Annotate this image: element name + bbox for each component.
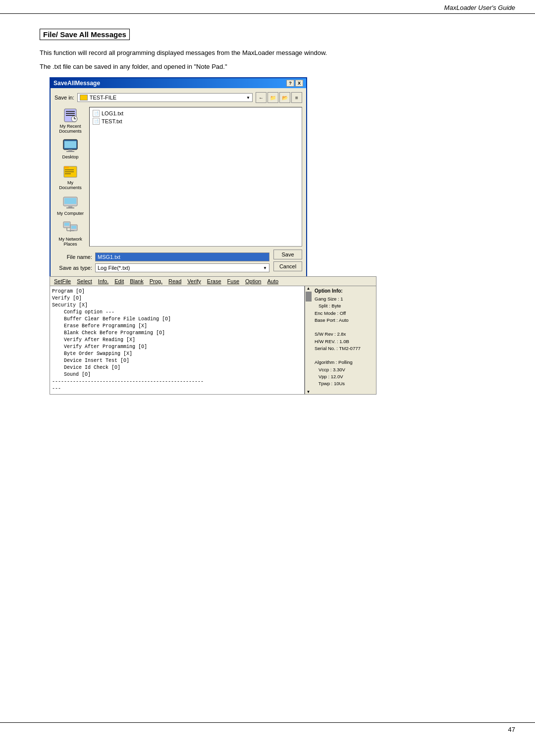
menu-erase[interactable]: Erase bbox=[204, 277, 224, 285]
option-vpp: Vpp : 12.0V bbox=[315, 373, 373, 380]
desktop-icon bbox=[62, 138, 78, 153]
file-item-log1[interactable]: 📄 LOG1.txt bbox=[92, 109, 300, 117]
svg-rect-22 bbox=[64, 223, 69, 226]
sidebar-nav: My Recent Documents Desktop bbox=[54, 107, 86, 247]
option-hw-rev: H/W REV. : 1.0B bbox=[315, 338, 373, 345]
option-base-port: Base Port : Auto bbox=[315, 317, 373, 324]
option-vccp: Vccp : 3.30V bbox=[315, 366, 373, 373]
bottom-fields: File name: MSG1.txt Save as type: Log Fi… bbox=[54, 252, 269, 272]
scroll-up-button[interactable]: ▲ bbox=[307, 286, 311, 291]
option-blank bbox=[315, 324, 373, 331]
create-folder-button[interactable]: 📂 bbox=[279, 92, 290, 103]
option-sw-rev: S/W Rev : 2.8x bbox=[315, 331, 373, 338]
svg-rect-16 bbox=[65, 173, 71, 174]
menu-blank[interactable]: Blank bbox=[127, 277, 147, 285]
close-button[interactable]: X bbox=[295, 80, 303, 87]
save-as-type-value: Log File(*.txt) bbox=[98, 265, 130, 271]
nav-recent-documents[interactable]: My Recent Documents bbox=[55, 107, 85, 134]
log-line-13: Sound [O] bbox=[52, 371, 302, 378]
option-panel-title: Option Info: bbox=[315, 288, 373, 294]
option-algorithm: Algorithm : Polling bbox=[315, 359, 373, 366]
log-line-2: Verify [O] bbox=[52, 295, 302, 302]
menu-read[interactable]: Read bbox=[165, 277, 184, 285]
my-computer-label: My Computer bbox=[57, 211, 84, 216]
log-scrollbar[interactable]: ▲ ▼ bbox=[305, 286, 312, 394]
svg-rect-3 bbox=[66, 115, 75, 116]
menu-verify[interactable]: Verify bbox=[184, 277, 204, 285]
section-paragraph2: The .txt file can be saved in any folder… bbox=[40, 62, 495, 72]
log-line-10: Byte Order Swapping [X] bbox=[52, 351, 302, 357]
dialog-title: SaveAllMessage bbox=[54, 80, 100, 87]
svg-rect-18 bbox=[64, 198, 76, 204]
bottom-section: File name: MSG1.txt Save as type: Log Fi… bbox=[54, 250, 302, 272]
option-tpwp: Tpwp : 10Us bbox=[315, 380, 373, 387]
file-name-log1: LOG1.txt bbox=[102, 110, 123, 116]
save-as-type-dropdown[interactable]: Log File(*.txt) ▼ bbox=[95, 263, 269, 272]
file-name-label: File name: bbox=[54, 254, 92, 260]
main-menu: SetFile Select Info. Edit Blank Prog. Re… bbox=[50, 277, 376, 286]
network-places-label: My Network Places bbox=[55, 237, 85, 247]
nav-my-computer[interactable]: My Computer bbox=[55, 194, 85, 216]
svg-rect-24 bbox=[71, 226, 76, 229]
svg-rect-15 bbox=[65, 171, 74, 172]
recent-icon bbox=[62, 107, 78, 123]
cancel-button[interactable]: Cancel bbox=[273, 261, 302, 271]
log-line-6: Erase Before Programming [X] bbox=[52, 323, 302, 330]
help-button[interactable]: ? bbox=[286, 80, 294, 87]
log-line-3: Security [X] bbox=[52, 302, 302, 309]
menu-prog[interactable]: Prog. bbox=[147, 277, 165, 285]
page-number: 47 bbox=[508, 726, 515, 733]
nav-network-places[interactable]: My Network Places bbox=[55, 220, 85, 247]
menu-option[interactable]: Option bbox=[242, 277, 264, 285]
svg-rect-13 bbox=[64, 166, 69, 168]
page-header: MaxLoader User's Guide bbox=[0, 0, 535, 14]
up-folder-button[interactable]: 📁 bbox=[268, 92, 278, 103]
menu-fuse[interactable]: Fuse bbox=[224, 277, 242, 285]
save-button[interactable]: Save bbox=[273, 250, 302, 259]
saveastype-row: Save as type: Log File(*.txt) ▼ bbox=[54, 263, 269, 272]
svg-rect-14 bbox=[65, 169, 74, 170]
filename-row: File name: MSG1.txt bbox=[54, 252, 269, 261]
menu-info[interactable]: Info. bbox=[95, 277, 111, 285]
log-line-5: Buffer Clear Before File Loading [O] bbox=[52, 316, 302, 323]
file-area: 📄 LOG1.txt 📄 TEST.txt bbox=[89, 107, 302, 247]
header-title: MaxLoader User's Guide bbox=[444, 4, 515, 11]
svg-rect-19 bbox=[68, 206, 72, 207]
toolbar-icons: ← 📁 📂 ≡ bbox=[256, 92, 302, 103]
network-icon bbox=[62, 220, 78, 236]
save-as-type-label: Save as type: bbox=[54, 265, 92, 271]
option-serial-no: Serial No. : TM2-0777 bbox=[315, 345, 373, 352]
view-button[interactable]: ≡ bbox=[291, 92, 302, 103]
save-in-dropdown[interactable]: TEST-FILE ▼ bbox=[77, 93, 253, 102]
svg-rect-9 bbox=[68, 150, 72, 151]
file-item-test[interactable]: 📄 TEST.txt bbox=[92, 117, 300, 125]
my-documents-label: My Documents bbox=[55, 180, 85, 190]
file-icon-test: 📄 bbox=[93, 118, 100, 125]
menu-edit[interactable]: Edit bbox=[111, 277, 127, 285]
menu-select[interactable]: Select bbox=[74, 277, 95, 285]
log-line-7: Blank Check Before Programming [O] bbox=[52, 330, 302, 337]
back-button[interactable]: ← bbox=[256, 92, 267, 103]
my-computer-icon bbox=[62, 194, 78, 210]
scroll-down-button[interactable]: ▼ bbox=[307, 390, 311, 394]
menu-auto[interactable]: Auto bbox=[264, 277, 281, 285]
titlebar-buttons: ? X bbox=[286, 80, 303, 87]
svg-rect-11 bbox=[64, 141, 76, 148]
nav-desktop[interactable]: Desktop bbox=[55, 138, 85, 159]
log-panel: Program [O] Verify [O] Security [X] Conf… bbox=[50, 286, 305, 394]
log-line-4: Config option --- bbox=[52, 309, 302, 316]
dialog-main: My Recent Documents Desktop bbox=[54, 107, 302, 247]
main-content-area: Program [O] Verify [O] Security [X] Conf… bbox=[50, 286, 376, 394]
file-icon-log1: 📄 bbox=[93, 110, 100, 117]
save-type-arrow-icon: ▼ bbox=[263, 266, 267, 270]
save-in-row: Save in: TEST-FILE ▼ ← 📁 📂 ≡ bbox=[54, 92, 302, 103]
log-line-12: Device Id Check [O] bbox=[52, 364, 302, 371]
desktop-label: Desktop bbox=[62, 154, 78, 159]
menu-setfile[interactable]: SetFile bbox=[51, 277, 74, 285]
scrollbar-thumb[interactable] bbox=[306, 292, 312, 302]
file-name-input[interactable]: MSG1.txt bbox=[95, 252, 269, 261]
section-paragraph1: This function will record all programmin… bbox=[40, 48, 495, 58]
file-name-test: TEST.txt bbox=[102, 118, 122, 124]
nav-my-documents[interactable]: My Documents bbox=[55, 163, 85, 190]
dialog-titlebar: SaveAllMessage ? X bbox=[51, 78, 306, 88]
